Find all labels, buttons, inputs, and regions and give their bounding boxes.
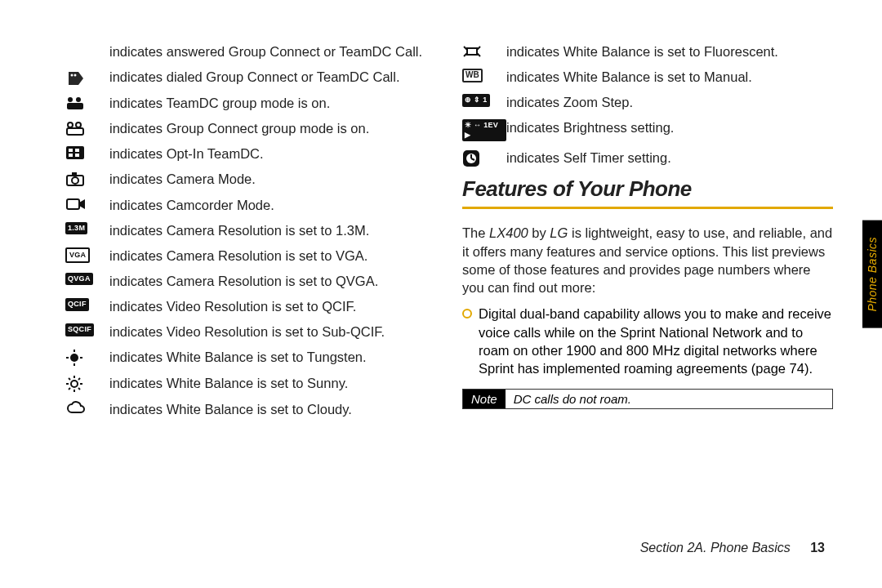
- wb-manual-icon: WB: [462, 69, 506, 82]
- wb-tungsten-icon: [65, 349, 109, 367]
- icon-definition-row: VGAindicates Camera Resolution is set to…: [65, 243, 436, 269]
- svg-point-3: [76, 97, 81, 102]
- vidres-subqcif-text: indicates Video Resolution is set to Sub…: [109, 323, 436, 341]
- camera-mode-icon: [65, 171, 109, 187]
- vidres-subqcif-icon: SQCIF: [65, 323, 109, 336]
- camcorder-mode-icon: [65, 197, 109, 212]
- svg-point-1: [74, 74, 77, 77]
- self-timer-icon: [462, 149, 506, 167]
- icon-definition-row: SQCIFindicates Video Resolution is set t…: [65, 319, 436, 345]
- wb-cloudy-text: indicates White Balance is set to Cloudy…: [109, 401, 436, 418]
- footer-page: 13: [810, 541, 825, 555]
- icon-definition-row: indicates Camera Mode.: [65, 167, 436, 192]
- footer-section: Section 2A. Phone Basics: [640, 541, 791, 555]
- svg-rect-11: [69, 154, 73, 157]
- right-column: indicates White Balance is set to Fluore…: [462, 39, 833, 422]
- wb-fluorescent-text: indicates White Balance is set to Fluore…: [506, 43, 833, 60]
- brightness-text: indicates Brightness setting.: [506, 119, 833, 136]
- zoom-step-text: indicates Zoom Step.: [506, 94, 833, 111]
- icon-definition-row: indicates White Balance is set to Sunny.: [65, 371, 436, 397]
- note-label: Note: [463, 390, 506, 408]
- vidres-qcif-icon: QCIF: [65, 298, 109, 311]
- groupconnect-on-text: indicates Group Connect group mode is on…: [109, 120, 436, 137]
- page-content: indicates answered Group Connect or Team…: [0, 0, 882, 439]
- svg-rect-16: [67, 199, 79, 209]
- vidres-qcif-text: indicates Video Resolution is set to QCI…: [109, 298, 436, 315]
- svg-point-0: [71, 74, 74, 77]
- svg-rect-7: [67, 128, 83, 135]
- res-1-3m-icon: 1.3M: [65, 222, 109, 235]
- icon-definition-row: QCIFindicates Video Resolution is set to…: [65, 294, 436, 319]
- svg-point-5: [68, 122, 73, 127]
- zoom-step-icon: ⊕ ⇕ 1: [462, 94, 506, 107]
- optin-teamdc-text: indicates Opt-In TeamDC.: [109, 145, 436, 163]
- dialed-groupcall-icon: [65, 69, 109, 87]
- left-column: indicates answered Group Connect or Team…: [65, 39, 436, 422]
- svg-line-33: [477, 47, 480, 50]
- svg-rect-31: [467, 48, 477, 55]
- svg-line-30: [69, 388, 70, 390]
- groupconnect-on-icon: [65, 120, 109, 136]
- res-vga-icon: VGA: [65, 247, 109, 264]
- svg-rect-12: [75, 154, 79, 157]
- svg-point-14: [72, 177, 78, 184]
- answered-groupcall-text: indicates answered Group Connect or Team…: [109, 43, 436, 60]
- wb-manual-text: indicates White Balance is set to Manual…: [506, 69, 833, 86]
- wb-cloudy-icon: [65, 401, 109, 416]
- icon-definition-row: indicates dialed Group Connect or TeamDC…: [65, 65, 436, 91]
- bullet-icon: [462, 309, 472, 318]
- feature-bullet: Digital dual-band capability allows you …: [462, 305, 833, 377]
- wb-sunny-text: indicates White Balance is set to Sunny.: [109, 375, 436, 392]
- svg-point-2: [68, 97, 73, 102]
- svg-line-28: [78, 388, 80, 390]
- svg-point-17: [70, 354, 78, 362]
- icon-definition-row: 1.3Mindicates Camera Resolution is set t…: [65, 218, 436, 243]
- icon-definition-row: indicates Opt-In TeamDC.: [65, 141, 436, 167]
- svg-line-32: [464, 47, 467, 50]
- res-1-3m-text: indicates Camera Resolution is set to 1.…: [109, 222, 436, 239]
- section-heading: Features of Your Phone: [462, 176, 833, 209]
- icon-definition-row: indicates White Balance is set to Tungst…: [65, 345, 436, 371]
- svg-rect-8: [66, 146, 84, 159]
- note-box: Note DC calls do not roam.: [462, 389, 833, 409]
- dialed-groupcall-text: indicates dialed Group Connect or TeamDC…: [109, 69, 436, 86]
- bullet-text: Digital dual-band capability allows you …: [479, 305, 833, 377]
- icon-definition-row: indicates answered Group Connect or Team…: [65, 39, 436, 65]
- icon-definition-row: indicates Camcorder Mode.: [65, 193, 436, 218]
- teamdc-group-on-text: indicates TeamDC group mode is on.: [109, 95, 436, 112]
- svg-rect-15: [72, 172, 77, 176]
- intro-mid: by: [528, 225, 550, 240]
- page-footer: Section 2A. Phone Basics 13: [640, 541, 825, 555]
- icon-definition-row: indicates Group Connect group mode is on…: [65, 116, 436, 141]
- camera-mode-text: indicates Camera Mode.: [109, 171, 436, 188]
- svg-line-27: [69, 378, 70, 380]
- icon-definition-row: indicates White Balance is set to Fluore…: [462, 39, 833, 65]
- icon-definition-row: QVGAindicates Camera Resolution is set t…: [65, 269, 436, 294]
- self-timer-text: indicates Self Timer setting.: [506, 149, 833, 167]
- svg-rect-9: [69, 149, 73, 152]
- icon-definition-row: ☀ ↔ 1EV ▶indicates Brightness setting.: [462, 115, 833, 145]
- intro-pre: The: [462, 225, 489, 240]
- svg-rect-4: [67, 103, 83, 109]
- svg-point-22: [71, 381, 78, 387]
- optin-teamdc-icon: [65, 145, 109, 160]
- res-qvga-icon: QVGA: [65, 273, 109, 286]
- svg-line-29: [78, 378, 80, 380]
- wb-sunny-icon: [65, 375, 109, 393]
- res-qvga-text: indicates Camera Resolution is set to QV…: [109, 273, 436, 290]
- product-name: LX400: [489, 225, 528, 240]
- brand-name: LG: [550, 225, 568, 240]
- wb-fluorescent-icon: [462, 43, 506, 60]
- icon-definition-row: indicates TeamDC group mode is on.: [65, 91, 436, 116]
- note-body: DC calls do not roam.: [506, 390, 639, 408]
- teamdc-group-on-icon: [65, 95, 109, 111]
- side-tab: Phone Basics: [862, 220, 882, 328]
- brightness-icon: ☀ ↔ 1EV ▶: [462, 119, 506, 141]
- wb-tungsten-text: indicates White Balance is set to Tungst…: [109, 349, 436, 366]
- camcorder-mode-text: indicates Camcorder Mode.: [109, 197, 436, 214]
- svg-rect-10: [75, 149, 79, 152]
- intro-paragraph: The LX400 by LG is lightweight, easy to …: [462, 224, 833, 296]
- svg-point-6: [76, 122, 81, 127]
- icon-definition-row: WBindicates White Balance is set to Manu…: [462, 65, 833, 90]
- icon-definition-row: ⊕ ⇕ 1indicates Zoom Step.: [462, 90, 833, 115]
